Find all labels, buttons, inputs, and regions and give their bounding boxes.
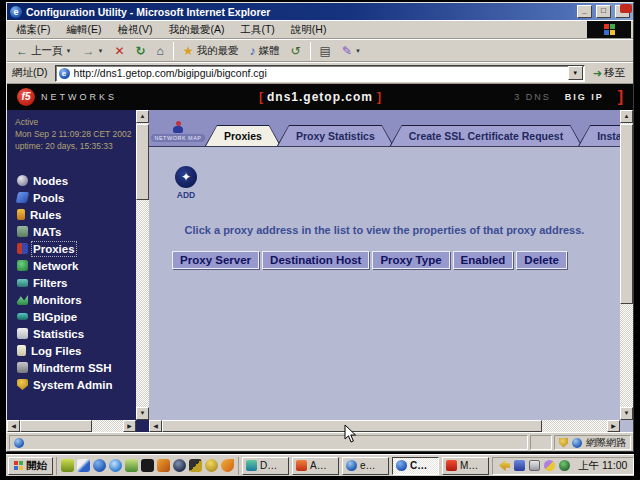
status-datetime: Mon Sep 2 11:09:28 CET 2002 <box>15 128 133 140</box>
log-files-icon <box>17 345 26 356</box>
quick-launch-icon-5[interactable] <box>125 459 138 472</box>
scroll-up-icon[interactable]: ▲ <box>620 110 633 123</box>
status-uptime: uptime: 20 days, 15:35:33 <box>15 140 133 152</box>
stop-button[interactable]: ✕ <box>109 43 129 59</box>
tray-icon-4[interactable] <box>544 460 555 471</box>
print-button[interactable]: ▤ <box>315 43 336 59</box>
start-label: 開始 <box>26 459 47 473</box>
quick-launch-icon-7[interactable] <box>157 459 170 472</box>
monitors-icon <box>17 294 28 305</box>
scroll-left-icon[interactable]: ◀ <box>7 420 20 432</box>
menu-file[interactable]: 檔案(F) <box>9 21 57 39</box>
tray-icon-2[interactable] <box>514 460 525 471</box>
quick-launch-icon-11[interactable] <box>221 459 234 472</box>
frameset: Active Mon Sep 2 11:09:28 CET 2002 uptim… <box>7 110 633 432</box>
address-bar: 網址(D) e http://dns1.getop.com/bigipgui/b… <box>7 62 633 83</box>
scrollbar-thumb[interactable] <box>620 124 633 304</box>
tab-proxy-statistics[interactable]: Proxy Statistics <box>277 125 394 146</box>
home-button[interactable]: ⌂ <box>152 43 169 59</box>
scrollbar-thumb[interactable] <box>20 420 92 432</box>
menu-help[interactable]: 說明(H) <box>284 21 334 39</box>
sidebar-item-nats[interactable]: NATs <box>15 223 149 240</box>
tab-proxies[interactable]: Proxies <box>205 125 281 146</box>
network-map-button[interactable]: NETWORK MAP <box>155 121 201 142</box>
tray-icon-5[interactable] <box>559 460 570 471</box>
scroll-right-icon[interactable]: ▶ <box>607 420 620 432</box>
address-input[interactable]: http://dns1.getop.com/bigipgui/bigconf.c… <box>74 67 564 79</box>
minimize-button[interactable]: _ <box>577 5 592 18</box>
sidebar-item-bigpipe[interactable]: BIGpipe <box>15 308 149 325</box>
sidebar-item-monitors[interactable]: Monitors <box>15 291 149 308</box>
go-button[interactable]: ➜ 移至 <box>589 66 629 80</box>
scroll-up-icon[interactable]: ▲ <box>136 110 149 123</box>
address-dropdown-icon[interactable]: ▼ <box>568 66 583 80</box>
taskbar-window-button-1[interactable]: D… <box>242 457 289 475</box>
proxies-content: ✦ ADD Click a proxy address in the list … <box>149 148 620 420</box>
start-button[interactable]: 開始 <box>8 457 53 475</box>
sidebar-item-filters[interactable]: Filters <box>15 274 149 291</box>
menu-tools[interactable]: 工具(T) <box>233 21 281 39</box>
menu-edit[interactable]: 編輯(E) <box>59 21 108 39</box>
sidebar-item-nodes[interactable]: Nodes <box>15 172 149 189</box>
page-favicon: e <box>59 68 70 79</box>
page-content: f5 NETWORKS [dns1.getop.com] 3 DNS BIG I… <box>7 83 633 432</box>
back-button[interactable]: ← 上一頁 ▼ <box>11 42 76 60</box>
scrollbar-thumb[interactable] <box>136 124 149 200</box>
menu-favorites[interactable]: 我的最愛(A) <box>161 21 231 39</box>
title-bar[interactable]: e Configuration Utility - Microsoft Inte… <box>7 3 633 20</box>
media-button[interactable]: ♪ 媒體 <box>245 42 285 60</box>
forward-dropdown-icon[interactable]: ▼ <box>97 48 103 54</box>
favorites-button[interactable]: ★ 我的最愛 <box>178 42 244 60</box>
address-label: 網址(D) <box>9 66 51 80</box>
quick-launch-icon-1[interactable] <box>61 459 74 472</box>
navigation-sidebar: Active Mon Sep 2 11:09:28 CET 2002 uptim… <box>7 110 149 432</box>
quick-launch-icon-3[interactable] <box>93 459 106 472</box>
quick-launch-icon-4[interactable] <box>109 459 122 472</box>
quick-launch-icon-6[interactable] <box>141 459 154 472</box>
column-header-proxy-server: Proxy Server <box>172 251 259 269</box>
refresh-icon: ↻ <box>135 45 145 57</box>
task-icon-1 <box>246 460 257 471</box>
history-button[interactable]: ↺ <box>286 43 306 59</box>
sidebar-item-network[interactable]: Network <box>15 257 149 274</box>
sidebar-horizontal-scrollbar[interactable]: ◀ ▶ <box>7 420 136 432</box>
sidebar-item-statistics[interactable]: Statistics <box>15 325 149 342</box>
sidebar-item-mindterm-ssh[interactable]: Mindterm SSH <box>15 359 149 376</box>
address-combobox[interactable]: e http://dns1.getop.com/bigipgui/bigconf… <box>55 65 585 82</box>
browser-window: e Configuration Utility - Microsoft Inte… <box>6 2 634 452</box>
menu-view[interactable]: 檢視(V) <box>110 21 159 39</box>
taskbar-window-button-active[interactable]: C… <box>392 457 439 475</box>
edit-button[interactable]: ✎ ▼ <box>337 43 366 59</box>
main-vertical-scrollbar[interactable]: ▲ ▼ <box>620 110 633 420</box>
main-horizontal-scrollbar[interactable]: ◀ ▶ <box>149 420 620 432</box>
sidebar-item-log-files[interactable]: Log Files <box>15 342 149 359</box>
taskbar-window-button-2[interactable]: A… <box>292 457 339 475</box>
sidebar-item-system-admin[interactable]: System Admin <box>15 376 149 393</box>
edit-dropdown-icon[interactable]: ▼ <box>355 48 361 54</box>
scroll-right-icon[interactable]: ▶ <box>123 420 136 432</box>
sidebar-item-proxies[interactable]: Proxies <box>15 240 149 257</box>
tab-create-ssl-certificate-request[interactable]: Create SSL Certificate Request <box>390 125 582 146</box>
quick-launch-icon-10[interactable] <box>205 459 218 472</box>
quick-launch-icon-8[interactable] <box>173 459 186 472</box>
sidebar-item-rules[interactable]: Rules <box>15 206 149 223</box>
sidebar-item-pools[interactable]: Pools <box>15 189 149 206</box>
go-label: 移至 <box>604 66 625 80</box>
taskbar-window-button-3[interactable]: e… <box>342 457 389 475</box>
back-dropdown-icon[interactable]: ▼ <box>66 48 72 54</box>
scroll-down-icon[interactable]: ▼ <box>136 407 149 420</box>
add-proxy-button[interactable]: ✦ ADD <box>171 166 201 200</box>
quick-launch-icon-9[interactable] <box>189 459 202 472</box>
forward-button[interactable]: → ▼ <box>77 43 108 59</box>
sidebar-vertical-scrollbar[interactable]: ▲ ▼ <box>136 110 149 420</box>
quick-launch-icon-2[interactable] <box>77 459 90 472</box>
proxies-icon <box>17 243 28 254</box>
tray-icon-1[interactable] <box>499 460 510 471</box>
scroll-left-icon[interactable]: ◀ <box>149 420 162 432</box>
column-header-enabled: Enabled <box>453 251 514 269</box>
tray-icon-3[interactable] <box>529 460 540 471</box>
scroll-down-icon[interactable]: ▼ <box>620 407 633 420</box>
maximize-button[interactable]: □ <box>596 5 611 18</box>
taskbar-window-button-5[interactable]: M… <box>442 457 489 475</box>
refresh-button[interactable]: ↻ <box>130 43 150 59</box>
